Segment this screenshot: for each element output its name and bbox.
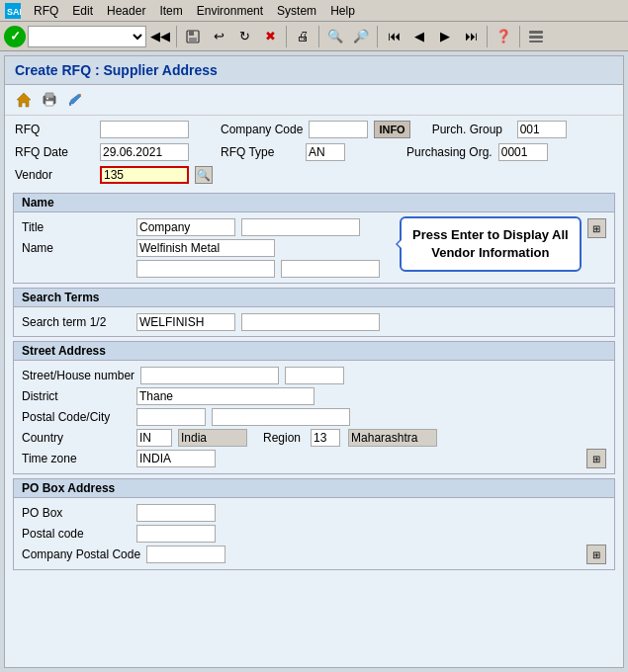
name-input2[interactable] — [136, 260, 275, 278]
title-input[interactable] — [136, 218, 235, 236]
svg-rect-4 — [189, 38, 197, 42]
print-action-btn[interactable] — [39, 89, 60, 111]
po-box-header: PO Box Address — [14, 479, 614, 498]
purchasing-org-label: Purchasing Org. — [406, 145, 493, 159]
vendor-tooltip: Press Enter to Display All Vendor Inform… — [400, 216, 582, 272]
company-postal-row: Company Postal Code ⊞ — [22, 544, 606, 565]
po-box-body: PO Box Postal code Company Postal Code ⊞ — [14, 498, 614, 569]
rfq-date-input[interactable] — [100, 143, 189, 161]
street-address-body: Street/House number District Postal Code… — [14, 361, 614, 473]
rfq-label: RFQ — [15, 123, 94, 136]
menu-system[interactable]: System — [271, 3, 322, 19]
svg-rect-11 — [46, 98, 48, 100]
po-postal-label: Postal code — [22, 527, 131, 541]
postal-code-input[interactable] — [136, 408, 206, 426]
next-page-btn[interactable]: ▶ — [433, 25, 457, 48]
menu-environment[interactable]: Environment — [191, 3, 269, 19]
info-button[interactable]: INFO — [374, 121, 409, 138]
rfq-date-label: RFQ Date — [15, 145, 94, 159]
svg-rect-6 — [529, 36, 543, 39]
sap-icon: SAP — [4, 3, 22, 19]
save-btn[interactable] — [181, 25, 205, 48]
name-input[interactable] — [136, 239, 275, 257]
city-input[interactable] — [212, 408, 350, 426]
timezone-input[interactable] — [136, 450, 216, 467]
rfq-type-label: RFQ Type — [221, 145, 300, 159]
svg-rect-3 — [189, 31, 194, 36]
print-btn[interactable]: 🖨 — [291, 25, 314, 48]
po-postal-input[interactable] — [136, 525, 216, 543]
po-postal-code-row: Postal code — [22, 523, 606, 544]
green-check-icon[interactable]: ✓ — [4, 26, 26, 47]
search-terms-header: Search Terms — [14, 289, 614, 307]
district-label: District — [22, 389, 131, 403]
toolbar-dropdown[interactable] — [28, 26, 146, 47]
vendor-search-btn[interactable]: 🔍 — [195, 166, 213, 184]
redo-btn[interactable]: ↻ — [232, 25, 256, 48]
separator-3 — [318, 26, 319, 47]
svg-rect-7 — [529, 41, 543, 42]
help-btn[interactable]: ❓ — [492, 25, 515, 48]
menu-bar: SAP RFQ Edit Header Item Environment Sys… — [0, 0, 628, 22]
company-postal-label: Company Postal Code — [22, 547, 140, 561]
rfq-row: RFQ Company Code INFO Purch. Group — [15, 120, 613, 139]
search-term-input[interactable] — [136, 313, 235, 331]
rfq-type-input[interactable] — [306, 143, 345, 161]
undo-btn[interactable]: ↩ — [207, 25, 230, 48]
title-label: Title — [22, 220, 131, 234]
purch-group-input[interactable] — [517, 121, 567, 138]
district-input[interactable] — [136, 387, 314, 405]
first-page-btn[interactable]: ⏮ — [382, 25, 405, 48]
search-term-input2[interactable] — [241, 313, 380, 331]
country-row: Country India Region Maharashtra — [22, 427, 606, 448]
menu-rfq[interactable]: RFQ — [28, 3, 64, 19]
cancel-btn[interactable]: ✖ — [258, 25, 282, 48]
form-title: Create RFQ : Supplier Address — [5, 56, 623, 85]
country-code-input[interactable] — [136, 429, 172, 447]
name-section: Name Title Name — [13, 193, 615, 284]
street-address-header: Street Address — [14, 342, 614, 361]
search-term-row: Search term 1/2 — [22, 311, 606, 332]
main-area: Create RFQ : Supplier Address — [4, 55, 624, 668]
street-input[interactable] — [140, 367, 279, 384]
house-number-input[interactable] — [285, 367, 344, 384]
menu-item[interactable]: Item — [153, 3, 188, 19]
prev-page-btn[interactable]: ◀ — [407, 25, 431, 48]
district-row: District — [22, 385, 606, 406]
name-row: Name — [22, 237, 380, 258]
vendor-input[interactable] — [100, 166, 189, 184]
home-icon-btn[interactable] — [13, 89, 35, 111]
find-btn[interactable]: 🔍 — [323, 25, 347, 48]
find-next-btn[interactable]: 🔎 — [349, 25, 373, 48]
edit-action-btn[interactable] — [64, 89, 86, 111]
customize-btn[interactable] — [524, 25, 548, 48]
menu-header[interactable]: Header — [101, 3, 151, 19]
name-expand-btn[interactable]: ⊞ — [587, 218, 606, 238]
search-term-label: Search term 1/2 — [22, 315, 131, 329]
name-input3[interactable] — [281, 260, 380, 278]
purchasing-org-input[interactable] — [498, 143, 548, 161]
country-label: Country — [22, 431, 131, 445]
street-expand-btn[interactable]: ⊞ — [586, 449, 606, 468]
separator-4 — [377, 26, 378, 47]
po-box-input[interactable] — [136, 504, 216, 522]
last-page-btn[interactable]: ⏭ — [459, 25, 483, 48]
company-postal-input[interactable] — [146, 546, 225, 563]
search-terms-section: Search Terms Search term 1/2 — [13, 288, 615, 337]
nav-back-btn[interactable]: ◀◀ — [148, 25, 172, 48]
rfq-input[interactable] — [100, 121, 189, 138]
title-row: Title — [22, 216, 380, 237]
company-code-input[interactable] — [309, 121, 368, 138]
search-terms-body: Search term 1/2 — [14, 307, 614, 336]
name-row2 — [22, 258, 380, 279]
po-box-label: PO Box — [22, 506, 131, 520]
separator-1 — [176, 26, 177, 47]
svg-rect-10 — [45, 101, 53, 106]
po-expand-btn[interactable]: ⊞ — [586, 545, 606, 564]
menu-edit[interactable]: Edit — [66, 3, 99, 19]
menu-help[interactable]: Help — [324, 3, 361, 19]
region-code-input[interactable] — [311, 429, 340, 447]
title-input2[interactable] — [241, 218, 360, 236]
vendor-label: Vendor — [15, 168, 94, 182]
top-fields-section: RFQ Company Code INFO Purch. Group RFQ D… — [5, 116, 623, 189]
